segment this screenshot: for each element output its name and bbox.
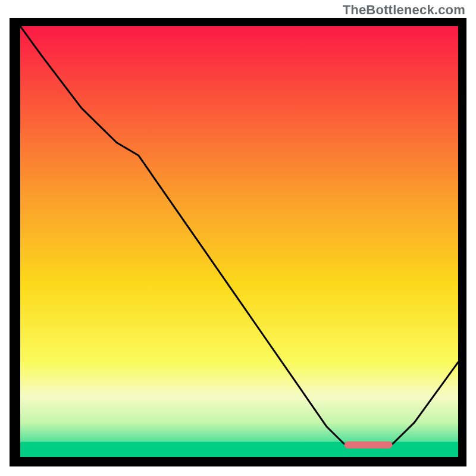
optimal-range-marker: [345, 441, 393, 449]
bottleneck-chart: [20, 26, 458, 457]
chart-frame: [10, 18, 466, 466]
chart-plot-area: [20, 26, 458, 457]
chart-background-gradient: [20, 26, 458, 457]
watermark-text: TheBottleneck.com: [343, 2, 465, 18]
